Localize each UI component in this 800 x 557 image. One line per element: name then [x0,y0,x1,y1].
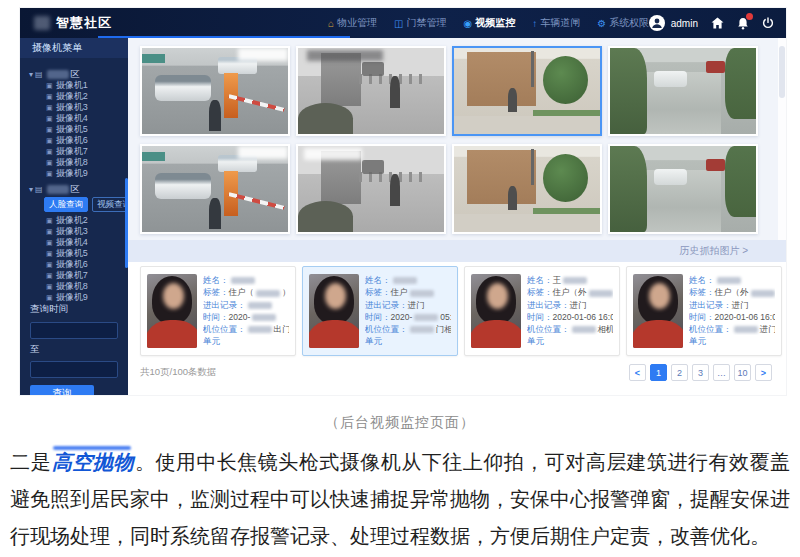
query-button[interactable]: 查询 [30,385,94,395]
scene-scar [654,71,688,86]
video-tile[interactable] [140,46,290,136]
scene-folr [725,146,756,217]
camera-group-header[interactable]: ▾▤区 [20,67,128,80]
field-label: 标签： [527,287,553,297]
camera-item[interactable]: ▣摄像机2 [20,91,128,102]
video-tile[interactable] [140,144,290,234]
field-value: 住户 [391,287,408,297]
redacted-group-name [47,185,69,194]
card-field: 进出记录：进门 [365,299,451,311]
video-tile[interactable] [296,46,446,136]
main-scrollbar[interactable] [778,38,786,240]
camera-icon: ▣ [46,126,53,133]
scene-person [209,100,221,131]
camera-item[interactable]: ▣摄像机3 [20,226,128,237]
camera-item[interactable]: ▣摄像机8 [20,281,128,292]
camera-item[interactable]: ▣摄像机5 [20,124,128,135]
body-paragraph: 二是高空抛物。使用中长焦镜头枪式摄像机从下往上仰拍，可对高层建筑进行有效覆盖避免… [10,444,790,555]
card-field: 机位位置：出门相机 [203,323,289,335]
page-button[interactable]: 10 [734,364,751,381]
video-tile[interactable] [608,46,758,136]
page-button[interactable]: 3 [692,364,709,381]
nav-item-label: 车辆道闸 [540,16,580,30]
photo-face-blur [487,283,508,309]
scene-bperson [508,88,517,111]
redaction-blur [734,326,758,333]
field-value: 出门相机 [274,324,290,334]
scene-path [454,116,600,134]
page-button[interactable]: 1 [650,364,667,381]
field-label: 姓名： [203,275,229,285]
card-field: 时间：2020- [203,311,289,323]
camera-item[interactable]: ▣摄像机5 [20,248,128,259]
redaction-blur [410,290,434,297]
field-label: 进出记录： [203,300,246,310]
nav-item-video[interactable]: ◉视频监控 [464,16,516,30]
camera-item[interactable]: ▣摄像机3 [20,102,128,113]
camera-item[interactable]: ▣摄像机4 [20,113,128,124]
camera-group-header[interactable]: ▾▤区 [20,182,128,195]
camera-item[interactable]: ▣摄像机6 [20,259,128,270]
redaction-blur [248,326,272,333]
power-icon[interactable] [762,17,774,29]
page-button[interactable]: 2 [671,364,688,381]
scene-tree1 [543,56,588,104]
scene-fig2 [362,62,384,77]
camera-item[interactable]: ▣摄像机7 [20,270,128,281]
video-tile[interactable] [608,144,758,234]
scene-kiosk [321,53,360,106]
face-photo [633,274,683,348]
field-value: 2020- [391,312,413,322]
nav-item-vehicle[interactable]: ↑车辆道闸 [532,16,580,30]
sidebar-title: 摄像机菜单 [20,38,128,58]
gear-icon: ⚙ [597,18,606,29]
face-card[interactable]: 姓名：标签：住户（）进出记录：时间：2020-机位位置：出门相机单元 [140,266,296,356]
card-field: 姓名：王 [527,274,613,286]
camera-item[interactable]: ▣摄像机2 [20,215,128,226]
next-page-button[interactable]: > [755,364,772,381]
query-time-start-input[interactable] [30,322,118,339]
video-tile[interactable] [452,144,602,234]
video-query-button[interactable]: 视频查询 [92,197,128,212]
camera-item[interactable]: ▣摄像机9 [20,168,128,179]
prev-page-button[interactable]: < [629,364,646,381]
camera-icon: ▣ [46,250,53,257]
page: 智慧社区 ⌂物业管理◫门禁管理◉视频监控↑车辆道闸⚙系统权限 admin [0,0,800,557]
scene-car1 [155,173,210,200]
face-card[interactable]: 姓名：标签：住户进出记录：进门时间：2020-05:23机位位置：门相机单元 [302,266,458,356]
scene-fig2 [362,160,384,175]
camera-item[interactable]: ▣摄像机6 [20,135,128,146]
redaction-blur [256,290,280,297]
field-label: 机位位置： [203,324,246,334]
face-query-button[interactable]: 人脸查询 [44,197,88,212]
query-time-end-input[interactable] [30,361,118,378]
nav-item-label: 视频监控 [475,16,515,30]
camera-item-label: 摄像机5 [56,248,88,258]
blur-patch [304,148,362,160]
card-field: 进出记录： [203,299,289,311]
page-ellipsis[interactable]: … [713,364,730,381]
video-tile[interactable] [452,46,602,136]
nav-item-property[interactable]: ⌂物业管理 [328,16,377,30]
field-label: 标签： [689,287,715,297]
field-label: 时间： [527,312,553,322]
face-card[interactable]: 姓名：王标签：住户（外）进出记录：进门时间：2020-01-06 16:05:2… [464,266,620,356]
face-card[interactable]: 姓名：标签：住户（外）进出记录：进门时间：2020-01-06 16:05:23… [626,266,782,356]
camera-item[interactable]: ▣摄像机1 [20,80,128,91]
bell-icon[interactable] [737,17,749,30]
nav-item-access[interactable]: ◫门禁管理 [394,16,446,30]
camera-item[interactable]: ▣摄像机8 [20,157,128,168]
field-value: 2020-01-06 16:05:23 [715,312,776,322]
camera-item[interactable]: ▣摄像机7 [20,146,128,157]
avatar[interactable] [649,15,665,31]
field-value: 进门 [570,300,587,310]
card-field: 时间：2020-01-06 16:05:23 [689,311,775,323]
field-label: 单元 [365,336,382,346]
video-tile[interactable] [296,144,446,234]
history-link[interactable]: 历史抓拍图片 > [679,244,748,258]
scene-fig1 [390,76,400,108]
nav-item-system[interactable]: ⚙系统权限 [597,16,649,30]
home-icon[interactable] [711,17,724,29]
camera-item[interactable]: ▣摄像机4 [20,237,128,248]
camera-item-label: 摄像机4 [56,113,88,123]
